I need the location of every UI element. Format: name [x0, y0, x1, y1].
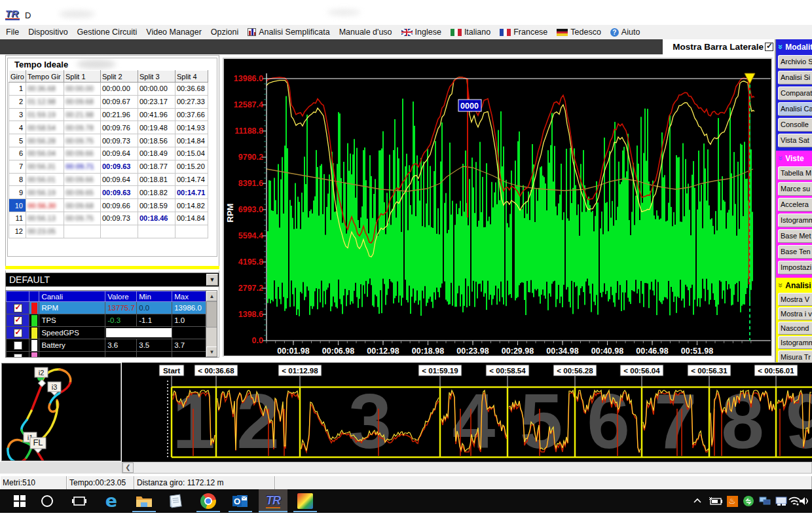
rpm-chart[interactable]: 13986.012587.411188.89790.28391.66993.05… [223, 58, 773, 357]
lap-number: 3 [348, 378, 392, 462]
menu-item-inglese[interactable]: Inglese [401, 28, 441, 37]
menu-item-aiuto[interactable]: ?Aiuto [610, 28, 640, 37]
menu-item-opzioni[interactable]: Opzioni [211, 28, 238, 37]
menu-item-gestione-circuiti[interactable]: Gestione Circuiti [77, 28, 138, 37]
track-map[interactable]: i2i3i1FL [1, 363, 121, 461]
sidebar: »ModalitArchivio SAnalisi SiComparatAnal… [775, 39, 812, 365]
sidebar-button-base-ten[interactable]: Base Ten [778, 245, 812, 259]
strip-scrollbar[interactable]: ❮ [122, 462, 812, 474]
sidebar-button-tabella-m[interactable]: Tabella M [778, 166, 812, 180]
channel-checkbox[interactable] [14, 304, 22, 312]
lap-time-label: < 00:56.28 [557, 367, 593, 375]
sidebar-group-header[interactable]: »Viste [777, 151, 812, 164]
lap-row[interactable]: 100:36.6800:00.0000:00.0000:00.0000:36.6… [9, 83, 208, 96]
sidebar-button-impostazi[interactable]: Impostazi [778, 261, 812, 274]
sidebar-toggle[interactable]: Mostra Barra Laterale [663, 39, 775, 54]
sidebar-group-header[interactable]: »Analisi [777, 278, 812, 291]
lap-row[interactable]: 700:56.3100:09.7100:09.6300:18.7700:15.2… [9, 160, 208, 173]
start-icon[interactable] [5, 489, 34, 513]
lap-times-table[interactable]: GiroTempo GirSplit 1Split 2Split 3Split … [9, 70, 208, 238]
channel-checkbox[interactable] [14, 329, 22, 337]
profile-combobox[interactable]: DEFAULT ▼ [5, 272, 219, 287]
channel-row[interactable]: RPM13775.70.013986.0 [7, 302, 207, 314]
menu-item-video-manager[interactable]: Video Manager [146, 28, 202, 37]
lap-number: 6 [587, 378, 630, 462]
track-marker-label: i3 [52, 383, 58, 391]
lap-row[interactable]: 800:56.0100:09.6600:09.6400:18.8100:14.7… [9, 173, 208, 186]
channel-checkbox[interactable] [14, 341, 22, 350]
lap-row[interactable]: 900:56.1900:09.6500:09.6300:18.8200:14.7… [9, 186, 208, 199]
taskview-icon[interactable] [65, 489, 94, 513]
channel-color-swatch [31, 315, 37, 326]
sidebar-button-istogramm[interactable]: Istogramm [778, 336, 812, 349]
network-icon[interactable] [756, 489, 773, 513]
sidebar-button-accelera[interactable]: Accelera [778, 198, 812, 212]
sidebar-button-analisi-si[interactable]: Analisi Si [778, 71, 812, 84]
outlook-icon[interactable]: O [226, 489, 255, 513]
sidebar-button-mostra-v[interactable]: Mostra V [778, 293, 812, 306]
menu-item-tedesco[interactable]: Tedesco [557, 28, 601, 37]
lap-row[interactable]: 1000:56.3000:09.6800:09.6600:18.5900:14.… [9, 199, 208, 212]
lap-row[interactable]: 500:56.2800:09.7500:09.7300:18.5600:14.8… [9, 134, 208, 147]
menu-item-manuale-d-uso[interactable]: Manuale d'uso [339, 28, 392, 37]
java-icon[interactable]: ♨ [724, 489, 741, 513]
sidebar-button-istogramm[interactable]: Istogramm [778, 214, 812, 227]
highlight-bar [5, 266, 219, 271]
menu-item-dispositivo[interactable]: Dispositivo [28, 28, 67, 37]
photos-icon[interactable] [291, 489, 320, 513]
notepad-icon[interactable] [161, 489, 190, 513]
channel-checkbox[interactable] [14, 354, 22, 358]
sidebar-button-vista-sat[interactable]: Vista Sat [778, 134, 812, 147]
sidebar-button-marce-su[interactable]: Marce su [778, 182, 812, 196]
search-icon[interactable] [33, 489, 62, 513]
lap-row[interactable]: 301:59.1900:21.9800:21.9600:41.9600:37.6… [9, 108, 208, 121]
channel-row[interactable]: TPS-0.3-1.11.0 [7, 314, 207, 327]
lap-row[interactable]: 201:12.9800:09.6800:09.6700:23.1700:27.3… [9, 95, 208, 108]
sidebar-button-nascond[interactable]: Nascond [778, 322, 812, 335]
scroll-left-icon[interactable]: ❮ [122, 462, 134, 473]
sidebar-button-misura-tr[interactable]: Misura Tr [778, 350, 812, 364]
sidebar-group-header[interactable]: »Modalit [777, 40, 812, 53]
sidebar-button-base-met[interactable]: Base Met [778, 229, 812, 243]
channels-scrollbar[interactable]: ▲ ▼ [206, 291, 217, 357]
chrome-icon[interactable] [194, 489, 223, 513]
volume-icon[interactable] [796, 489, 812, 513]
sync-icon[interactable] [740, 489, 757, 513]
menu-item-francese[interactable]: Francese [500, 28, 547, 37]
explorer-icon[interactable] [130, 489, 158, 513]
sidebar-button-consolle[interactable]: Consolle [778, 118, 812, 132]
lap-row[interactable]: 600:56.0400:09.6600:09.6400:18.4900:15.0… [9, 147, 208, 160]
sidebar-button-archivio-s[interactable]: Archivio S [778, 55, 812, 69]
combobox-dropdown-icon[interactable]: ▼ [206, 274, 218, 286]
scroll-thumb[interactable] [206, 301, 217, 328]
status-cell: Metri:510 [0, 476, 67, 489]
lap-row[interactable]: 1100:56.1300:09.7500:09.7300:18.4600:14.… [9, 212, 208, 225]
channel-row[interactable]: Battery3.63.53.7 [7, 339, 207, 352]
menu-item-analisi-semplificata[interactable]: Analisi Semplificata [248, 28, 329, 37]
lap-strip-chart[interactable]: 123456789Start< 00:36.68< 01:12.98< 01:5… [122, 362, 812, 461]
sidebar-button-analisi-ca[interactable]: Analisi Ca [778, 102, 812, 116]
channel-row[interactable]: SpeedGPS [7, 327, 207, 339]
menu-item-italiano[interactable]: Italiano [451, 28, 490, 37]
channels-table[interactable]: CanaliValoreMinMaxRPM13775.70.013986.0TP… [6, 291, 207, 358]
menu-item-file[interactable]: File [6, 28, 19, 37]
edge-icon[interactable]: e [97, 489, 126, 513]
sidebar-button-mostra-i-v[interactable]: Mostra i v [778, 307, 812, 320]
window-title: D [25, 10, 31, 20]
channel-checkbox[interactable] [14, 316, 22, 325]
channel-row[interactable] [7, 352, 207, 358]
scroll-down-icon[interactable]: ▼ [206, 346, 217, 357]
scroll-up-icon[interactable]: ▲ [206, 291, 217, 301]
lap-row[interactable]: 400:58.5400:09.7800:09.7600:19.4800:14.9… [9, 121, 208, 134]
channel-color-swatch [31, 340, 37, 351]
status-bar: Metri:510Tempo:00:23.05Distanza giro: 11… [0, 476, 812, 489]
battery-icon[interactable] [707, 489, 724, 513]
lap-row[interactable]: 1200:23.05 [9, 225, 208, 238]
chevron-up-icon[interactable] [689, 489, 706, 513]
sidebar-button-comparat[interactable]: Comparat [778, 86, 812, 100]
sidebar-group-viste: »VisteTabella MMarce suAcceleraIstogramm… [776, 151, 812, 278]
sidebar-toggle-checkbox[interactable] [765, 43, 773, 51]
track-marker-label: FL [33, 438, 43, 447]
running-app-indicator [196, 511, 220, 512]
tr-app-icon[interactable]: TR [259, 489, 287, 513]
